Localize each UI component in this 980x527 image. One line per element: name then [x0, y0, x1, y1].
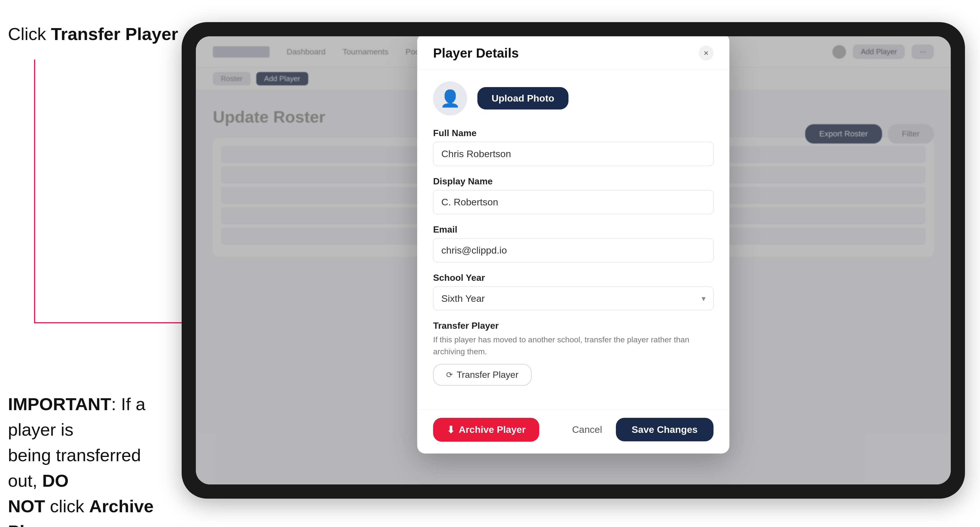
instruction-bottom: IMPORTANT: If a player isbeing transferr…	[8, 391, 173, 527]
transfer-player-button[interactable]: ⟳ Transfer Player	[433, 364, 531, 386]
upload-photo-button[interactable]: Upload Photo	[477, 87, 568, 110]
display-name-label: Display Name	[433, 176, 713, 187]
instruction-top: Click Transfer Player	[8, 23, 178, 46]
full-name-input[interactable]	[433, 142, 713, 166]
email-group: Email	[433, 224, 713, 262]
school-year-label: School Year	[433, 273, 713, 283]
cancel-button[interactable]: Cancel	[566, 418, 608, 441]
display-name-group: Display Name	[433, 176, 713, 214]
school-year-select[interactable]: First Year Second Year Third Year Fourth…	[433, 286, 713, 310]
modal-close-button[interactable]: ×	[699, 46, 713, 60]
full-name-label: Full Name	[433, 128, 713, 138]
modal-header: Player Details ×	[417, 36, 729, 70]
tablet-screen: Dashboard Tournaments Pools Schedule Add…	[196, 36, 951, 484]
modal-footer: ⬇ Archive Player Cancel Save Changes	[417, 410, 729, 454]
tablet-frame: Dashboard Tournaments Pools Schedule Add…	[181, 22, 965, 498]
transfer-player-section: Transfer Player If this player has moved…	[433, 321, 713, 386]
email-label: Email	[433, 224, 713, 235]
transfer-section-label: Transfer Player	[433, 321, 713, 331]
instruction-bottom-text1: : If a player isbeing transferred out, D…	[8, 394, 154, 527]
school-year-group: School Year First Year Second Year Third…	[433, 273, 713, 310]
avatar-circle: 👤	[433, 81, 467, 116]
archive-btn-label: Archive Player	[459, 424, 526, 435]
do-label: DONOT	[8, 471, 69, 516]
modal-overlay: Player Details × 👤 Upload Photo Full Nam	[196, 36, 951, 484]
modal-body: 👤 Upload Photo Full Name Display Name	[417, 70, 729, 410]
transfer-btn-label: Transfer Player	[457, 370, 519, 380]
transfer-section-description: If this player has moved to another scho…	[433, 334, 713, 358]
instruction-emphasis: Transfer Player	[51, 24, 178, 44]
display-name-input[interactable]	[433, 190, 713, 214]
archive-icon: ⬇	[447, 424, 455, 435]
instruction-prefix: Click	[8, 24, 51, 44]
email-input[interactable]	[433, 238, 713, 262]
full-name-group: Full Name	[433, 128, 713, 166]
transfer-icon: ⟳	[446, 370, 453, 379]
important-label: IMPORTANT	[8, 394, 111, 414]
archive-player-button[interactable]: ⬇ Archive Player	[433, 418, 539, 441]
player-details-modal: Player Details × 👤 Upload Photo Full Nam	[417, 36, 729, 454]
save-changes-button[interactable]: Save Changes	[616, 418, 713, 441]
school-year-select-wrapper: First Year Second Year Third Year Fourth…	[433, 286, 713, 310]
annotation-vertical-line	[34, 60, 35, 323]
avatar-section: 👤 Upload Photo	[433, 81, 713, 116]
avatar-person-icon: 👤	[440, 89, 460, 108]
footer-right: Cancel Save Changes	[566, 418, 713, 441]
modal-title: Player Details	[433, 45, 519, 61]
